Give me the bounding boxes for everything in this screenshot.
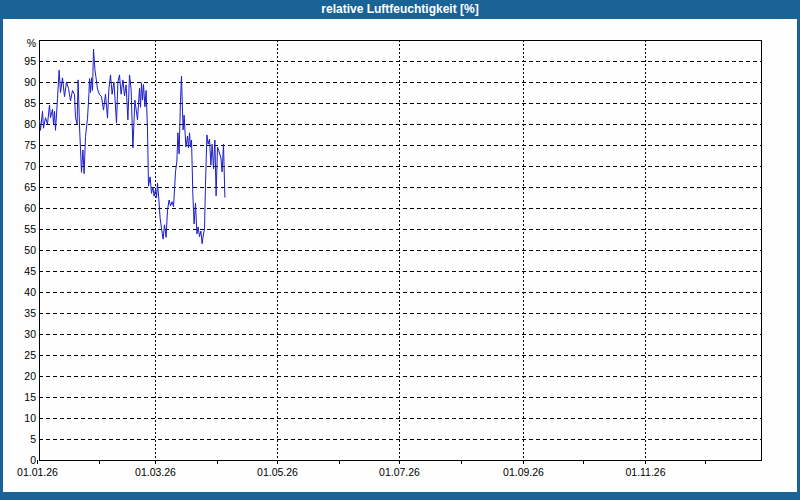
x-axis-label: 01.11.26 [625,466,665,478]
y-axis-label: 30 [24,328,36,340]
y-axis-label: 60 [24,202,36,214]
y-axis-unit-label: % [27,37,36,49]
y-axis-label: 25 [24,349,36,361]
x-axis-label: 01.05.26 [257,466,298,478]
y-axis-label: 55 [24,223,36,235]
y-axis-label: 10 [24,412,36,424]
y-axis-label: 50 [24,244,36,256]
chart-window: relative Luftfeuchtigkeit [%] 0510152025… [0,0,800,500]
y-axis-label: 80 [24,118,36,130]
y-axis-label: 65 [24,181,36,193]
x-axis-label: 01.01.26 [17,466,58,478]
humidity-data-line [40,49,225,244]
y-axis-label: 70 [24,160,36,172]
y-axis-label: 85 [24,97,36,109]
y-axis-label: 15 [24,391,36,403]
y-axis-label: 40 [24,286,36,298]
y-axis-label: 0 [30,454,36,466]
y-axis-label: 35 [24,307,36,319]
y-axis-label: 45 [24,265,36,277]
y-axis-label: 75 [24,139,36,151]
y-axis-label: 5 [30,433,36,445]
x-axis-label: 01.07.26 [379,466,420,478]
humidity-line-chart: 05101520253035404550556065707580859095%0… [0,0,800,500]
y-axis-label: 90 [24,76,36,88]
y-axis-label: 20 [24,370,36,382]
y-axis-label: 95 [24,55,36,67]
x-axis-label: 01.03.26 [135,466,176,478]
x-axis-label: 01.09.26 [503,466,544,478]
